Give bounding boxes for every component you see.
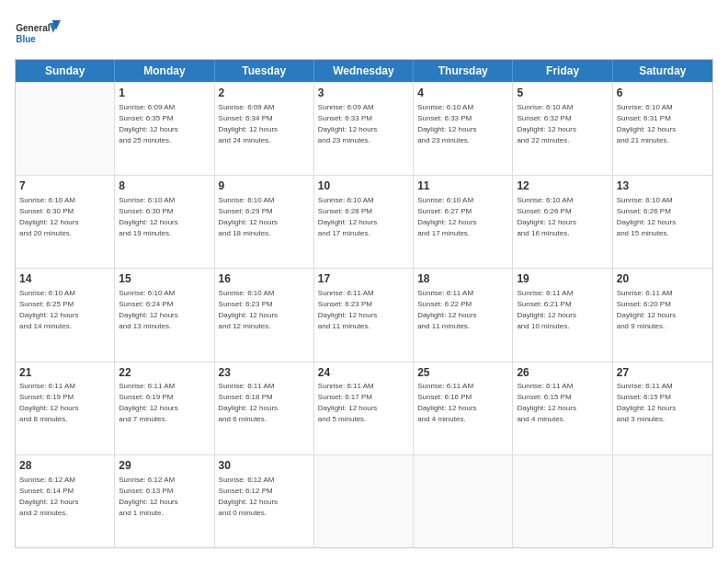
calendar-cell: 15 Sunrise: 6:10 AM Sunset: 6:24 PM Dayl… bbox=[115, 269, 214, 361]
day-number: 14 bbox=[19, 271, 110, 287]
svg-text:Blue: Blue bbox=[16, 34, 36, 44]
cell-info: Sunrise: 6:10 AM Sunset: 6:25 PM Dayligh… bbox=[19, 288, 110, 332]
day-number: 17 bbox=[318, 271, 409, 287]
day-number: 16 bbox=[219, 271, 310, 287]
calendar-cell: 4 Sunrise: 6:10 AM Sunset: 6:33 PM Dayli… bbox=[414, 83, 513, 175]
cell-info: Sunrise: 6:10 AM Sunset: 6:28 PM Dayligh… bbox=[318, 195, 409, 239]
day-number: 15 bbox=[119, 271, 210, 287]
day-number: 30 bbox=[219, 458, 310, 474]
day-number: 21 bbox=[19, 365, 110, 381]
day-number: 5 bbox=[517, 86, 608, 101]
calendar-header: SundayMondayTuesdayWednesdayThursdayFrid… bbox=[16, 60, 712, 82]
calendar-cell: 18 Sunrise: 6:11 AM Sunset: 6:22 PM Dayl… bbox=[414, 269, 513, 361]
cell-info: Sunrise: 6:11 AM Sunset: 6:15 PM Dayligh… bbox=[617, 381, 709, 425]
calendar-row: 1 Sunrise: 6:09 AM Sunset: 6:35 PM Dayli… bbox=[16, 82, 712, 175]
cell-info: Sunrise: 6:09 AM Sunset: 6:33 PM Dayligh… bbox=[318, 102, 409, 146]
cell-info: Sunrise: 6:10 AM Sunset: 6:27 PM Dayligh… bbox=[417, 195, 508, 239]
calendar-cell: 9 Sunrise: 6:10 AM Sunset: 6:29 PM Dayli… bbox=[215, 176, 314, 268]
cell-info: Sunrise: 6:11 AM Sunset: 6:18 PM Dayligh… bbox=[219, 381, 310, 425]
calendar-cell bbox=[414, 455, 513, 547]
day-number: 29 bbox=[119, 458, 210, 474]
calendar-cell: 24 Sunrise: 6:11 AM Sunset: 6:17 PM Dayl… bbox=[314, 362, 414, 454]
calendar-row: 28 Sunrise: 6:12 AM Sunset: 6:14 PM Dayl… bbox=[16, 454, 712, 547]
day-number: 24 bbox=[318, 365, 409, 381]
cell-info: Sunrise: 6:11 AM Sunset: 6:22 PM Dayligh… bbox=[417, 288, 508, 332]
day-number: 7 bbox=[19, 178, 110, 194]
weekday-header: Thursday bbox=[414, 60, 513, 82]
day-number: 2 bbox=[219, 86, 310, 101]
calendar-cell: 28 Sunrise: 6:12 AM Sunset: 6:14 PM Dayl… bbox=[16, 455, 115, 547]
calendar-cell: 29 Sunrise: 6:12 AM Sunset: 6:13 PM Dayl… bbox=[115, 455, 214, 547]
weekday-header: Friday bbox=[513, 60, 612, 82]
calendar-cell: 10 Sunrise: 6:10 AM Sunset: 6:28 PM Dayl… bbox=[314, 176, 414, 268]
calendar-cell bbox=[16, 83, 115, 175]
calendar-cell: 20 Sunrise: 6:11 AM Sunset: 6:20 PM Dayl… bbox=[613, 269, 712, 361]
calendar-cell: 16 Sunrise: 6:10 AM Sunset: 6:23 PM Dayl… bbox=[215, 269, 314, 361]
day-number: 10 bbox=[318, 178, 409, 194]
cell-info: Sunrise: 6:10 AM Sunset: 6:24 PM Dayligh… bbox=[119, 288, 210, 332]
weekday-header: Wednesday bbox=[314, 60, 414, 82]
cell-info: Sunrise: 6:11 AM Sunset: 6:19 PM Dayligh… bbox=[19, 381, 110, 425]
cell-info: Sunrise: 6:10 AM Sunset: 6:33 PM Dayligh… bbox=[417, 102, 508, 146]
logo: General Blue bbox=[15, 15, 61, 52]
day-number: 25 bbox=[417, 365, 508, 381]
cell-info: Sunrise: 6:12 AM Sunset: 6:14 PM Dayligh… bbox=[19, 475, 110, 519]
calendar-cell: 2 Sunrise: 6:09 AM Sunset: 6:34 PM Dayli… bbox=[215, 83, 314, 175]
day-number: 9 bbox=[219, 178, 310, 194]
logo-svg: General Blue bbox=[15, 15, 61, 52]
page: General Blue SundayMondayTuesdayWednesda… bbox=[0, 0, 728, 563]
day-number: 20 bbox=[617, 271, 709, 287]
day-number: 1 bbox=[119, 86, 210, 101]
cell-info: Sunrise: 6:09 AM Sunset: 6:34 PM Dayligh… bbox=[219, 102, 310, 146]
header: General Blue bbox=[15, 15, 713, 52]
calendar-row: 14 Sunrise: 6:10 AM Sunset: 6:25 PM Dayl… bbox=[16, 268, 712, 361]
calendar-cell: 23 Sunrise: 6:11 AM Sunset: 6:18 PM Dayl… bbox=[215, 362, 314, 454]
calendar-cell bbox=[513, 455, 612, 547]
calendar-cell: 8 Sunrise: 6:10 AM Sunset: 6:30 PM Dayli… bbox=[115, 176, 214, 268]
calendar-cell: 30 Sunrise: 6:12 AM Sunset: 6:12 PM Dayl… bbox=[215, 455, 314, 547]
calendar-cell: 22 Sunrise: 6:11 AM Sunset: 6:19 PM Dayl… bbox=[115, 362, 214, 454]
cell-info: Sunrise: 6:10 AM Sunset: 6:29 PM Dayligh… bbox=[219, 195, 310, 239]
cell-info: Sunrise: 6:10 AM Sunset: 6:26 PM Dayligh… bbox=[517, 195, 608, 239]
calendar-row: 7 Sunrise: 6:10 AM Sunset: 6:30 PM Dayli… bbox=[16, 175, 712, 268]
day-number: 11 bbox=[417, 178, 508, 194]
calendar-cell: 3 Sunrise: 6:09 AM Sunset: 6:33 PM Dayli… bbox=[314, 83, 414, 175]
calendar-body: 1 Sunrise: 6:09 AM Sunset: 6:35 PM Dayli… bbox=[16, 82, 712, 547]
calendar-cell: 11 Sunrise: 6:10 AM Sunset: 6:27 PM Dayl… bbox=[414, 176, 513, 268]
calendar-cell: 12 Sunrise: 6:10 AM Sunset: 6:26 PM Dayl… bbox=[513, 176, 612, 268]
cell-info: Sunrise: 6:10 AM Sunset: 6:32 PM Dayligh… bbox=[517, 102, 608, 146]
day-number: 28 bbox=[19, 458, 110, 474]
cell-info: Sunrise: 6:11 AM Sunset: 6:21 PM Dayligh… bbox=[517, 288, 608, 332]
day-number: 19 bbox=[517, 271, 608, 287]
cell-info: Sunrise: 6:11 AM Sunset: 6:20 PM Dayligh… bbox=[617, 288, 709, 332]
calendar-cell: 17 Sunrise: 6:11 AM Sunset: 6:23 PM Dayl… bbox=[314, 269, 414, 361]
cell-info: Sunrise: 6:11 AM Sunset: 6:17 PM Dayligh… bbox=[318, 381, 409, 425]
cell-info: Sunrise: 6:10 AM Sunset: 6:31 PM Dayligh… bbox=[617, 102, 709, 146]
weekday-header: Sunday bbox=[16, 60, 115, 82]
day-number: 22 bbox=[119, 365, 210, 381]
day-number: 27 bbox=[617, 365, 709, 381]
calendar-cell: 13 Sunrise: 6:10 AM Sunset: 6:26 PM Dayl… bbox=[613, 176, 712, 268]
calendar-cell: 1 Sunrise: 6:09 AM Sunset: 6:35 PM Dayli… bbox=[115, 83, 214, 175]
day-number: 12 bbox=[517, 178, 608, 194]
cell-info: Sunrise: 6:12 AM Sunset: 6:12 PM Dayligh… bbox=[219, 475, 310, 519]
calendar-cell: 21 Sunrise: 6:11 AM Sunset: 6:19 PM Dayl… bbox=[16, 362, 115, 454]
calendar-cell: 27 Sunrise: 6:11 AM Sunset: 6:15 PM Dayl… bbox=[613, 362, 712, 454]
weekday-header: Saturday bbox=[613, 60, 712, 82]
cell-info: Sunrise: 6:10 AM Sunset: 6:30 PM Dayligh… bbox=[119, 195, 210, 239]
calendar: SundayMondayTuesdayWednesdayThursdayFrid… bbox=[15, 59, 713, 548]
day-number: 18 bbox=[417, 271, 508, 287]
svg-text:General: General bbox=[16, 23, 50, 33]
day-number: 3 bbox=[318, 86, 409, 101]
calendar-cell bbox=[314, 455, 414, 547]
weekday-header: Tuesday bbox=[215, 60, 314, 82]
cell-info: Sunrise: 6:10 AM Sunset: 6:26 PM Dayligh… bbox=[617, 195, 709, 239]
cell-info: Sunrise: 6:10 AM Sunset: 6:30 PM Dayligh… bbox=[19, 195, 110, 239]
cell-info: Sunrise: 6:11 AM Sunset: 6:23 PM Dayligh… bbox=[318, 288, 409, 332]
calendar-cell: 7 Sunrise: 6:10 AM Sunset: 6:30 PM Dayli… bbox=[16, 176, 115, 268]
day-number: 23 bbox=[219, 365, 310, 381]
calendar-cell: 25 Sunrise: 6:11 AM Sunset: 6:16 PM Dayl… bbox=[414, 362, 513, 454]
day-number: 26 bbox=[517, 365, 608, 381]
calendar-cell: 6 Sunrise: 6:10 AM Sunset: 6:31 PM Dayli… bbox=[613, 83, 712, 175]
cell-info: Sunrise: 6:11 AM Sunset: 6:19 PM Dayligh… bbox=[119, 381, 210, 425]
